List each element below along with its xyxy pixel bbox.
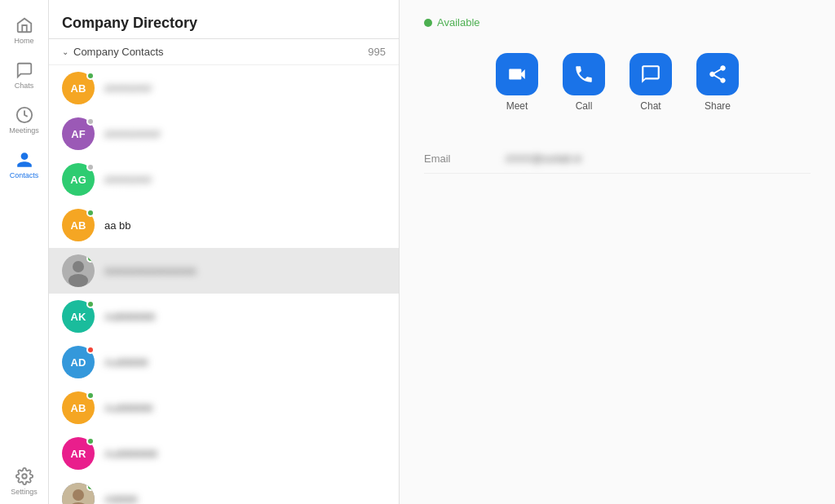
email-label: Email xyxy=(424,153,506,165)
chat-button[interactable]: Chat xyxy=(630,53,672,112)
contact-name: /////////////////// xyxy=(104,128,161,140)
svg-point-4 xyxy=(68,274,88,287)
svg-point-6 xyxy=(73,489,84,501)
share-label: Share xyxy=(705,100,731,112)
meet-label: Meet xyxy=(506,100,528,112)
status-dot xyxy=(86,72,95,80)
sidebar: Home Chats Meetings Contacts Settings xyxy=(0,0,49,504)
avatar xyxy=(62,254,95,287)
email-field: Email /////////@xs4all.nl xyxy=(424,144,811,174)
panel-title: Company Directory xyxy=(62,15,386,32)
content-area: Company Directory ⌄ Company Contacts 995… xyxy=(49,0,835,504)
call-icon xyxy=(563,53,605,95)
sidebar-item-home[interactable]: Home xyxy=(0,8,48,53)
sidebar-meetings-label: Meetings xyxy=(9,126,39,135)
contacts-count: 995 xyxy=(368,46,386,58)
contact-name: //////////////// xyxy=(104,174,152,186)
panel-header: Company Directory xyxy=(49,0,399,39)
contact-name: Aulllllllllllllllll xyxy=(104,448,157,460)
avatar: AF xyxy=(62,117,95,150)
status-indicator xyxy=(424,19,432,27)
avatar: AK xyxy=(62,300,95,333)
company-contacts-row[interactable]: ⌄ Company Contacts 995 xyxy=(49,39,399,65)
meet-button[interactable]: Meet xyxy=(496,53,538,112)
sidebar-home-label: Home xyxy=(14,37,33,45)
avatar xyxy=(62,483,95,504)
status-dot xyxy=(86,300,95,308)
status-dot xyxy=(86,391,95,400)
detail-status: Available xyxy=(424,16,811,29)
avatar: AB xyxy=(62,209,95,241)
detail-panel: Available Meet Call xyxy=(400,0,835,504)
meet-icon xyxy=(496,53,538,95)
status-dot xyxy=(86,346,95,354)
call-button[interactable]: Call xyxy=(563,53,605,112)
list-item[interactable]: AB //////////////// xyxy=(49,65,399,111)
contact-name: Alllllllllll xyxy=(104,493,137,505)
avatar: AR xyxy=(62,437,95,470)
call-label: Call xyxy=(576,100,593,112)
status-text: Available xyxy=(437,16,480,29)
contact-list-panel: Company Directory ⌄ Company Contacts 995… xyxy=(49,0,400,504)
company-contacts-label: Company Contacts xyxy=(73,46,164,58)
action-buttons: Meet Call Chat xyxy=(424,53,811,112)
svg-point-1 xyxy=(22,474,27,479)
sidebar-contacts-label: Contacts xyxy=(10,171,39,179)
status-dot xyxy=(86,209,95,217)
contact-name: Aulllllllllllllll xyxy=(104,402,152,414)
status-dot xyxy=(86,163,95,171)
list-item[interactable]: AK Adllllllllllllllll xyxy=(49,294,399,339)
list-item[interactable]: AAAAAAAAAAAAA xyxy=(49,248,399,294)
chat-label: Chat xyxy=(640,100,660,112)
email-value: /////////@xs4all.nl xyxy=(506,153,581,165)
list-item[interactable]: AR Aulllllllllllllllll xyxy=(49,431,399,476)
sidebar-item-contacts[interactable]: Contacts xyxy=(0,143,48,188)
list-item[interactable]: AG //////////////// xyxy=(49,157,399,202)
sidebar-bottom: Settings xyxy=(0,459,48,504)
contact-name: //////////////// xyxy=(104,82,152,95)
list-item[interactable]: AD Aulllllllllllll xyxy=(49,339,399,385)
status-dot xyxy=(86,254,95,263)
chevron-down-icon: ⌄ xyxy=(62,47,68,56)
avatar: AB xyxy=(62,391,95,424)
list-item[interactable]: AF /////////////////// xyxy=(49,111,399,157)
status-dot xyxy=(86,117,95,126)
list-item[interactable]: AB aa bb xyxy=(49,202,399,248)
sidebar-item-settings[interactable]: Settings xyxy=(0,459,48,504)
sidebar-chats-label: Chats xyxy=(15,82,34,90)
share-icon xyxy=(696,53,739,95)
company-contacts-left: ⌄ Company Contacts xyxy=(62,46,164,58)
avatar: AB xyxy=(62,72,95,104)
chat-icon xyxy=(630,53,672,95)
sidebar-item-meetings[interactable]: Meetings xyxy=(0,98,48,143)
svg-point-3 xyxy=(73,261,84,272)
status-dot xyxy=(86,483,95,491)
contact-list: AB //////////////// AF /////////////////… xyxy=(49,65,399,504)
contact-name: Aulllllllllllll xyxy=(104,356,148,369)
status-dot xyxy=(86,437,95,445)
sidebar-settings-label: Settings xyxy=(11,488,38,496)
sidebar-item-chats[interactable]: Chats xyxy=(0,53,48,98)
avatar: AD xyxy=(62,346,95,378)
contact-name: aa bb xyxy=(104,219,131,232)
contact-name: Adllllllllllllllll xyxy=(104,311,155,323)
list-item[interactable]: Alllllllllll xyxy=(49,476,399,504)
contact-name: AAAAAAAAAAAAA xyxy=(104,265,197,277)
avatar: AG xyxy=(62,163,95,196)
list-item[interactable]: AB Aulllllllllllllll xyxy=(49,385,399,431)
share-button[interactable]: Share xyxy=(696,53,739,112)
